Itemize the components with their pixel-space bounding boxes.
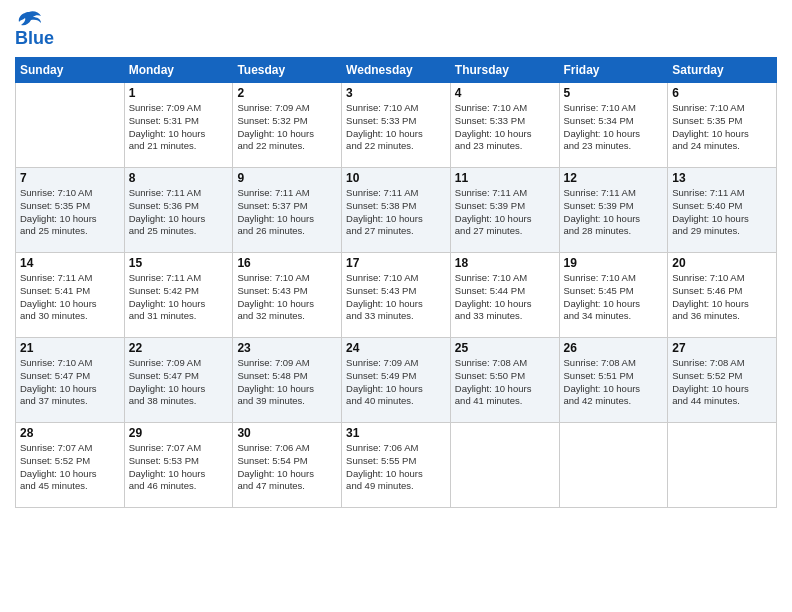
calendar-cell: 14Sunrise: 7:11 AM Sunset: 5:41 PM Dayli… [16, 253, 125, 338]
calendar-cell: 4Sunrise: 7:10 AM Sunset: 5:33 PM Daylig… [450, 83, 559, 168]
week-row-3: 14Sunrise: 7:11 AM Sunset: 5:41 PM Dayli… [16, 253, 777, 338]
calendar-cell: 17Sunrise: 7:10 AM Sunset: 5:43 PM Dayli… [342, 253, 451, 338]
weekday-header-tuesday: Tuesday [233, 58, 342, 83]
weekday-header-saturday: Saturday [668, 58, 777, 83]
calendar-cell: 20Sunrise: 7:10 AM Sunset: 5:46 PM Dayli… [668, 253, 777, 338]
day-number: 28 [20, 426, 120, 440]
day-number: 20 [672, 256, 772, 270]
cell-info: Sunrise: 7:07 AM Sunset: 5:52 PM Dayligh… [20, 442, 97, 491]
calendar-cell: 3Sunrise: 7:10 AM Sunset: 5:33 PM Daylig… [342, 83, 451, 168]
week-row-1: 1Sunrise: 7:09 AM Sunset: 5:31 PM Daylig… [16, 83, 777, 168]
page: Blue SundayMondayTuesdayWednesdayThursda… [0, 0, 792, 612]
cell-info: Sunrise: 7:09 AM Sunset: 5:31 PM Dayligh… [129, 102, 206, 151]
cell-info: Sunrise: 7:11 AM Sunset: 5:38 PM Dayligh… [346, 187, 423, 236]
logo-bird-icon [15, 10, 43, 30]
day-number: 21 [20, 341, 120, 355]
day-number: 6 [672, 86, 772, 100]
weekday-header-monday: Monday [124, 58, 233, 83]
day-number: 25 [455, 341, 555, 355]
day-number: 29 [129, 426, 229, 440]
cell-info: Sunrise: 7:08 AM Sunset: 5:52 PM Dayligh… [672, 357, 749, 406]
calendar-cell: 29Sunrise: 7:07 AM Sunset: 5:53 PM Dayli… [124, 423, 233, 508]
calendar-cell: 2Sunrise: 7:09 AM Sunset: 5:32 PM Daylig… [233, 83, 342, 168]
day-number: 23 [237, 341, 337, 355]
cell-info: Sunrise: 7:10 AM Sunset: 5:44 PM Dayligh… [455, 272, 532, 321]
calendar-cell: 26Sunrise: 7:08 AM Sunset: 5:51 PM Dayli… [559, 338, 668, 423]
calendar-cell [668, 423, 777, 508]
calendar-cell: 1Sunrise: 7:09 AM Sunset: 5:31 PM Daylig… [124, 83, 233, 168]
cell-info: Sunrise: 7:10 AM Sunset: 5:46 PM Dayligh… [672, 272, 749, 321]
cell-info: Sunrise: 7:10 AM Sunset: 5:33 PM Dayligh… [346, 102, 423, 151]
cell-info: Sunrise: 7:08 AM Sunset: 5:51 PM Dayligh… [564, 357, 641, 406]
calendar-cell: 6Sunrise: 7:10 AM Sunset: 5:35 PM Daylig… [668, 83, 777, 168]
calendar-cell: 18Sunrise: 7:10 AM Sunset: 5:44 PM Dayli… [450, 253, 559, 338]
day-number: 14 [20, 256, 120, 270]
day-number: 30 [237, 426, 337, 440]
day-number: 22 [129, 341, 229, 355]
weekday-header-row: SundayMondayTuesdayWednesdayThursdayFrid… [16, 58, 777, 83]
weekday-header-sunday: Sunday [16, 58, 125, 83]
week-row-5: 28Sunrise: 7:07 AM Sunset: 5:52 PM Dayli… [16, 423, 777, 508]
day-number: 1 [129, 86, 229, 100]
cell-info: Sunrise: 7:11 AM Sunset: 5:40 PM Dayligh… [672, 187, 749, 236]
day-number: 27 [672, 341, 772, 355]
week-row-2: 7Sunrise: 7:10 AM Sunset: 5:35 PM Daylig… [16, 168, 777, 253]
day-number: 11 [455, 171, 555, 185]
day-number: 26 [564, 341, 664, 355]
cell-info: Sunrise: 7:10 AM Sunset: 5:33 PM Dayligh… [455, 102, 532, 151]
calendar-cell: 9Sunrise: 7:11 AM Sunset: 5:37 PM Daylig… [233, 168, 342, 253]
calendar-cell: 31Sunrise: 7:06 AM Sunset: 5:55 PM Dayli… [342, 423, 451, 508]
day-number: 5 [564, 86, 664, 100]
calendar-cell: 5Sunrise: 7:10 AM Sunset: 5:34 PM Daylig… [559, 83, 668, 168]
weekday-header-wednesday: Wednesday [342, 58, 451, 83]
calendar-cell: 15Sunrise: 7:11 AM Sunset: 5:42 PM Dayli… [124, 253, 233, 338]
logo-blue-label: Blue [15, 28, 54, 49]
day-number: 2 [237, 86, 337, 100]
calendar-cell: 25Sunrise: 7:08 AM Sunset: 5:50 PM Dayli… [450, 338, 559, 423]
cell-info: Sunrise: 7:09 AM Sunset: 5:32 PM Dayligh… [237, 102, 314, 151]
day-number: 24 [346, 341, 446, 355]
cell-info: Sunrise: 7:10 AM Sunset: 5:35 PM Dayligh… [20, 187, 97, 236]
cell-info: Sunrise: 7:11 AM Sunset: 5:41 PM Dayligh… [20, 272, 97, 321]
cell-info: Sunrise: 7:11 AM Sunset: 5:39 PM Dayligh… [564, 187, 641, 236]
cell-info: Sunrise: 7:11 AM Sunset: 5:42 PM Dayligh… [129, 272, 206, 321]
cell-info: Sunrise: 7:07 AM Sunset: 5:53 PM Dayligh… [129, 442, 206, 491]
calendar-cell: 27Sunrise: 7:08 AM Sunset: 5:52 PM Dayli… [668, 338, 777, 423]
calendar-cell: 23Sunrise: 7:09 AM Sunset: 5:48 PM Dayli… [233, 338, 342, 423]
day-number: 16 [237, 256, 337, 270]
calendar-cell: 11Sunrise: 7:11 AM Sunset: 5:39 PM Dayli… [450, 168, 559, 253]
day-number: 4 [455, 86, 555, 100]
cell-info: Sunrise: 7:11 AM Sunset: 5:36 PM Dayligh… [129, 187, 206, 236]
calendar-cell: 22Sunrise: 7:09 AM Sunset: 5:47 PM Dayli… [124, 338, 233, 423]
cell-info: Sunrise: 7:10 AM Sunset: 5:43 PM Dayligh… [237, 272, 314, 321]
day-number: 19 [564, 256, 664, 270]
calendar-cell: 13Sunrise: 7:11 AM Sunset: 5:40 PM Dayli… [668, 168, 777, 253]
day-number: 10 [346, 171, 446, 185]
logo: Blue [15, 10, 54, 49]
day-number: 3 [346, 86, 446, 100]
cell-info: Sunrise: 7:09 AM Sunset: 5:47 PM Dayligh… [129, 357, 206, 406]
calendar-cell [450, 423, 559, 508]
cell-info: Sunrise: 7:10 AM Sunset: 5:43 PM Dayligh… [346, 272, 423, 321]
calendar-cell: 30Sunrise: 7:06 AM Sunset: 5:54 PM Dayli… [233, 423, 342, 508]
cell-info: Sunrise: 7:10 AM Sunset: 5:35 PM Dayligh… [672, 102, 749, 151]
calendar-cell: 19Sunrise: 7:10 AM Sunset: 5:45 PM Dayli… [559, 253, 668, 338]
cell-info: Sunrise: 7:09 AM Sunset: 5:48 PM Dayligh… [237, 357, 314, 406]
calendar-cell: 10Sunrise: 7:11 AM Sunset: 5:38 PM Dayli… [342, 168, 451, 253]
calendar-cell: 8Sunrise: 7:11 AM Sunset: 5:36 PM Daylig… [124, 168, 233, 253]
day-number: 17 [346, 256, 446, 270]
calendar-cell: 28Sunrise: 7:07 AM Sunset: 5:52 PM Dayli… [16, 423, 125, 508]
week-row-4: 21Sunrise: 7:10 AM Sunset: 5:47 PM Dayli… [16, 338, 777, 423]
weekday-header-friday: Friday [559, 58, 668, 83]
header: Blue [15, 10, 777, 49]
calendar-cell: 12Sunrise: 7:11 AM Sunset: 5:39 PM Dayli… [559, 168, 668, 253]
cell-info: Sunrise: 7:06 AM Sunset: 5:54 PM Dayligh… [237, 442, 314, 491]
calendar-cell: 21Sunrise: 7:10 AM Sunset: 5:47 PM Dayli… [16, 338, 125, 423]
cell-info: Sunrise: 7:11 AM Sunset: 5:39 PM Dayligh… [455, 187, 532, 236]
day-number: 8 [129, 171, 229, 185]
day-number: 31 [346, 426, 446, 440]
day-number: 13 [672, 171, 772, 185]
cell-info: Sunrise: 7:11 AM Sunset: 5:37 PM Dayligh… [237, 187, 314, 236]
calendar-cell: 7Sunrise: 7:10 AM Sunset: 5:35 PM Daylig… [16, 168, 125, 253]
day-number: 7 [20, 171, 120, 185]
